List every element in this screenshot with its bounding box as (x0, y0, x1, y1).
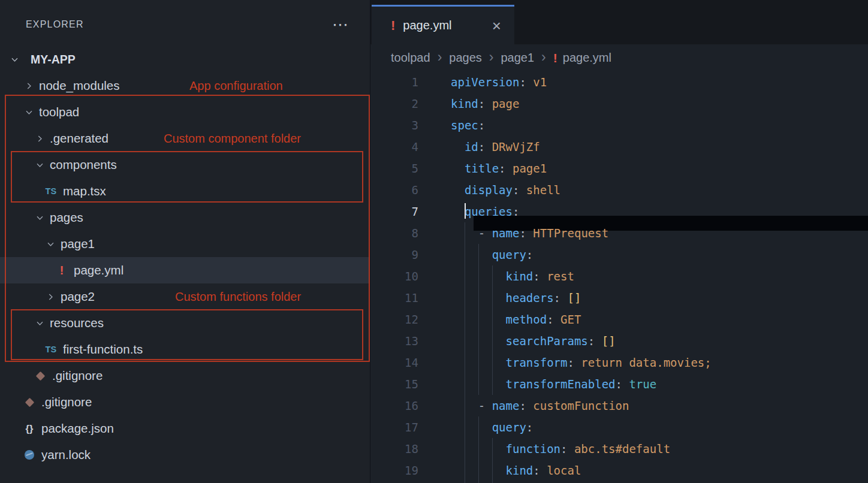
more-actions-icon[interactable]: ⋯ (332, 17, 348, 33)
code-editor[interactable]: 1apiVersion: v12kind: page3spec:4 id: DR… (370, 71, 868, 483)
line-number: 18 (370, 438, 418, 460)
breadcrumb-label: page.yml (563, 51, 611, 65)
code-line[interactable]: 16 - name: customFunction (370, 395, 868, 416)
chevron-down-icon[interactable] (24, 107, 34, 117)
tab-bar: ! page.yml × (370, 0, 868, 44)
breadcrumb-item-page1[interactable]: page1 (501, 51, 534, 65)
code-line[interactable]: 13 searchParams: [] (370, 330, 868, 352)
chevron-right-icon[interactable] (24, 81, 34, 90)
line-number: 1 (370, 71, 418, 93)
breadcrumb-item-pages[interactable]: pages (449, 51, 482, 65)
code-line[interactable]: 4 id: DRwVjZf (370, 136, 868, 158)
tree-item-label: node_modules (39, 79, 120, 93)
folder-node-modules[interactable]: node_modulesApp configuration (0, 73, 370, 99)
line-number: 10 (370, 265, 418, 287)
code-line[interactable]: 8 - name: HTTPrequest (370, 222, 868, 244)
breadcrumb-label: page1 (501, 51, 534, 65)
line-number: 15 (370, 373, 418, 395)
git-icon (22, 399, 37, 406)
file-package-json[interactable]: {}package.json (0, 415, 370, 442)
code-text: display: shell (451, 179, 560, 201)
code-text: transform: return data.movies; (451, 352, 712, 373)
line-number: 8 (370, 222, 418, 244)
close-icon[interactable]: × (492, 18, 501, 34)
code-line[interactable]: 12 method: GET (370, 309, 868, 330)
breadcrumb-label: pages (449, 51, 482, 65)
warning-icon: ! (553, 51, 557, 65)
annotation-text: Custom component folder (164, 132, 301, 146)
tree-item-label: pages (50, 210, 83, 225)
tree-item-label: map.tsx (63, 184, 106, 198)
code-line[interactable]: 2kind: page (370, 93, 868, 114)
workspace-root-label: MY-APP (31, 53, 76, 67)
tab-page-yml[interactable]: ! page.yml × (372, 5, 514, 44)
tree-item-label: yarn.lock (41, 448, 91, 462)
file-page-yml[interactable]: !page.yml (0, 257, 370, 283)
breadcrumb: toolpad›pages›page1›!page.yml (370, 44, 868, 71)
folder-generated[interactable]: .generatedCustom component folder (0, 125, 370, 152)
chevron-right-icon[interactable] (35, 134, 44, 143)
file-gitignore[interactable]: .gitignore (0, 389, 370, 415)
chevron-down-icon[interactable] (35, 213, 44, 222)
breadcrumb-label: toolpad (391, 51, 430, 65)
line-number: 9 (370, 244, 418, 265)
code-line[interactable]: 6 display: shell (370, 179, 868, 201)
code-line[interactable]: 1apiVersion: v1 (370, 71, 868, 93)
code-line[interactable]: 15 transformEnabled: true (370, 373, 868, 395)
code-text: method: GET (451, 309, 581, 330)
line-number: 2 (370, 93, 418, 114)
code-line[interactable]: 10 kind: rest (370, 265, 868, 287)
code-line[interactable]: 9 query: (370, 244, 868, 265)
folder-page1[interactable]: page1 (0, 231, 370, 257)
tree-item-label: .gitignore (41, 395, 92, 409)
code-line[interactable]: 17 query: (370, 416, 868, 438)
code-line[interactable]: 7 queries: (370, 201, 868, 222)
breadcrumb-item-toolpad[interactable]: toolpad (391, 51, 430, 65)
line-number: 14 (370, 352, 418, 373)
chevron-down-icon[interactable] (35, 318, 44, 328)
code-text: searchParams: [] (451, 330, 616, 352)
code-text: query: (451, 416, 533, 438)
git-icon (32, 373, 48, 379)
code-text: apiVersion: v1 (451, 71, 547, 93)
code-text: - name: customFunction (451, 395, 629, 416)
file-map-tsx[interactable]: TSmap.tsx (0, 178, 370, 204)
tree-item-label: page2 (61, 289, 95, 304)
annotation-text: Custom functions folder (175, 290, 301, 304)
chevron-right-icon[interactable] (46, 292, 55, 301)
chevron-down-icon[interactable] (46, 239, 55, 249)
code-line[interactable]: 18 function: abc.ts#default (370, 438, 868, 460)
tree-item-label: toolpad (39, 105, 79, 119)
code-text: kind: page (451, 93, 519, 114)
folder-page2[interactable]: page2Custom functions folder (0, 283, 370, 310)
file-first-function-ts[interactable]: TSfirst-function.ts (0, 336, 370, 363)
file-yarn-lock[interactable]: yarn.lock (0, 442, 370, 468)
line-number: 12 (370, 309, 418, 330)
tree-item-label: resources (50, 316, 104, 330)
code-line[interactable]: 14 transform: return data.movies; (370, 352, 868, 373)
folder-components[interactable]: components (0, 152, 370, 178)
code-line[interactable]: 3spec: (370, 114, 868, 136)
json-icon: {} (22, 423, 37, 434)
code-line[interactable]: 5 title: page1 (370, 158, 868, 179)
folder-toolpad[interactable]: toolpad (0, 99, 370, 125)
breadcrumb-separator: › (489, 49, 494, 65)
folder-resources[interactable]: resources (0, 310, 370, 336)
line-number: 19 (370, 460, 418, 481)
code-text: - name: HTTPrequest (451, 222, 608, 244)
file-gitignore[interactable]: .gitignore (0, 363, 370, 389)
editor-pane: ! page.yml × toolpad›pages›page1›!page.y… (370, 0, 868, 483)
tree-item-label: page.yml (74, 263, 123, 277)
breadcrumb-separator: › (541, 49, 546, 65)
folder-pages[interactable]: pages (0, 204, 370, 231)
warning-icon: ! (391, 18, 395, 34)
code-text: kind: local (451, 460, 581, 481)
code-line[interactable]: 19 kind: local (370, 460, 868, 481)
typescript-icon: TS (43, 345, 59, 354)
breadcrumb-item-page-yml[interactable]: !page.yml (553, 51, 611, 65)
code-text: kind: rest (451, 265, 574, 287)
chevron-down-icon[interactable] (35, 160, 44, 170)
line-number: 13 (370, 330, 418, 352)
workspace-root-my-app[interactable]: MY-APP (0, 49, 370, 70)
code-line[interactable]: 11 headers: [] (370, 287, 868, 309)
